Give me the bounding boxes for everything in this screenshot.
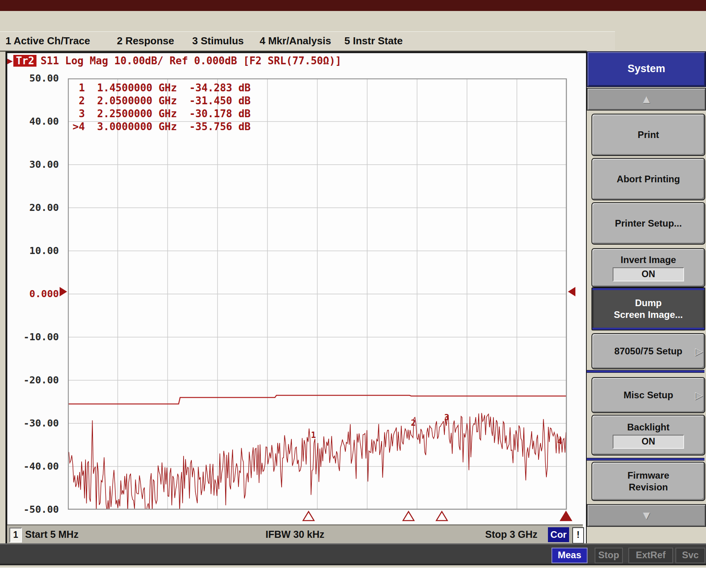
softkey-misc-setup[interactable]: Misc Setup▷ [591,377,705,413]
softkey-group-separator [587,370,704,373]
channel-status-bar: 1 Start 5 MHz IFBW 30 kHz Stop 3 GHz Cor… [7,524,583,544]
y-tick--50.00: -50.00 [16,504,59,515]
active-trace-pointer-icon: ▶ [7,55,13,66]
y-tick-10.00: 10.00 [16,245,59,256]
marker-1-stimulus-triangle-icon [303,512,314,521]
svc-status-indicator: Svc [675,548,705,563]
softkey-label: Dump [635,297,662,309]
softkey-backlight[interactable]: BacklightON [591,415,705,456]
marker-4-trace-label: 4 [557,437,562,446]
softkey-menu-title: System [587,51,706,87]
softkey-label: Screen Image... [614,309,683,321]
trace-status-line: ▶ Tr2 S11 Log Mag 10.00dB/ Ref 0.000dB [… [7,54,341,67]
softkey-state-indicator: ON [613,435,684,449]
marker-3-stimulus-triangle-icon [436,512,447,521]
softkey-label: Print [638,129,659,141]
trace-label-badge[interactable]: Tr2 [13,55,36,67]
softkey-label: 87050/75 Setup [614,345,682,357]
marker-row-2: 2 2.0500000 GHz -31.450 dB [73,94,251,107]
marker-row-4: >4 3.0000000 GHz -35.756 dB [73,120,251,133]
up-arrow-icon: ▲ [640,93,652,105]
submenu-arrow-icon: ▷ [695,389,703,401]
softkey-print[interactable]: Print [591,114,705,156]
measurement-plot: 1234 [68,78,574,523]
down-arrow-icon: ▼ [640,509,652,522]
stop-status-indicator: Stop [595,548,623,563]
y-tick-30.00: 30.00 [16,159,59,170]
softkey-scroll-down-button[interactable]: ▼ [587,504,706,527]
softkey-printer-setup[interactable]: Printer Setup... [591,202,705,245]
softkey-87050-75-setup[interactable]: 87050/75 Setup▷ [591,333,705,369]
softkey-label: Abort Printing [617,173,680,185]
softkey-scroll-up-button[interactable]: ▲ [587,88,706,111]
softkey-label: Printer Setup... [615,218,682,229]
top-title-band [0,0,706,11]
marker-4-stimulus-triangle-icon [560,512,571,521]
softkey-label: Backlight [627,421,670,433]
menu-item-4-mkr-analysis[interactable]: 4 Mkr/Analysis [260,35,331,47]
alert-badge: ! [572,527,584,544]
softkey-invert-image[interactable]: Invert ImageON [591,248,705,287]
softkey-group-separator [587,458,704,461]
y-tick--40.00: -40.00 [16,461,59,472]
softkey-state-indicator: ON [613,267,684,281]
reference-level-pointer-left-icon [60,287,67,296]
marker-1-trace-label: 1 [311,430,316,440]
y-tick-50.00: 50.00 [16,73,59,84]
softkey-label: Revision [629,481,668,493]
marker-2-trace-label: 2 [411,418,416,428]
submenu-arrow-icon: ▷ [695,345,703,357]
menu-item-5-instr-state[interactable]: 5 Instr State [344,35,403,47]
marker-row-3: 3 2.2500000 GHz -30.178 dB [73,107,251,120]
softkey-abort-printing[interactable]: Abort Printing [591,158,705,200]
softkey-label: Firmware [628,470,670,481]
marker-2-stimulus-triangle-icon [403,512,414,521]
marker-readout-table: 1 1.4500000 GHz -34.283 dB 2 2.0500000 G… [73,82,251,133]
y-tick-0.000: 0.000 [16,288,59,299]
softkey-dump-screen-image[interactable]: DumpScreen Image... [591,287,705,330]
marker-3-trace-label: 3 [444,413,449,422]
stop-frequency-label: Stop 3 GHz [485,529,537,540]
correction-status-badge: Cor [548,527,569,542]
menu-item-2-response[interactable]: 2 Response [117,35,174,47]
meas-status-indicator: Meas [551,548,588,563]
y-tick--30.00: -30.00 [16,417,59,429]
y-tick-20.00: 20.00 [16,202,59,213]
menu-item-1-active-ch-trace[interactable]: 1 Active Ch/Trace [5,35,90,47]
y-tick-40.00: 40.00 [16,116,59,127]
softkey-label: Misc Setup [624,389,673,401]
menu-bar: 1 Active Ch/Trace2 Response3 Stimulus4 M… [0,31,615,52]
y-tick--10.00: -10.00 [16,331,59,343]
y-tick--20.00: -20.00 [16,374,59,386]
extref-status-indicator: ExtRef [628,548,673,563]
marker-row-1: 1 1.4500000 GHz -34.283 dB [73,82,251,94]
menu-item-3-stimulus[interactable]: 3 Stimulus [192,35,244,47]
softkey-label: Invert Image [620,254,676,266]
softkey-firmware-revision[interactable]: FirmwareRevision [591,462,705,501]
instrument-status-bar: Meas Stop ExtRef Svc [0,543,706,565]
trace-settings-text: S11 Log Mag 10.00dB/ Ref 0.000dB [F2 SRL… [40,55,341,67]
reference-level-pointer-right-icon [568,287,575,296]
